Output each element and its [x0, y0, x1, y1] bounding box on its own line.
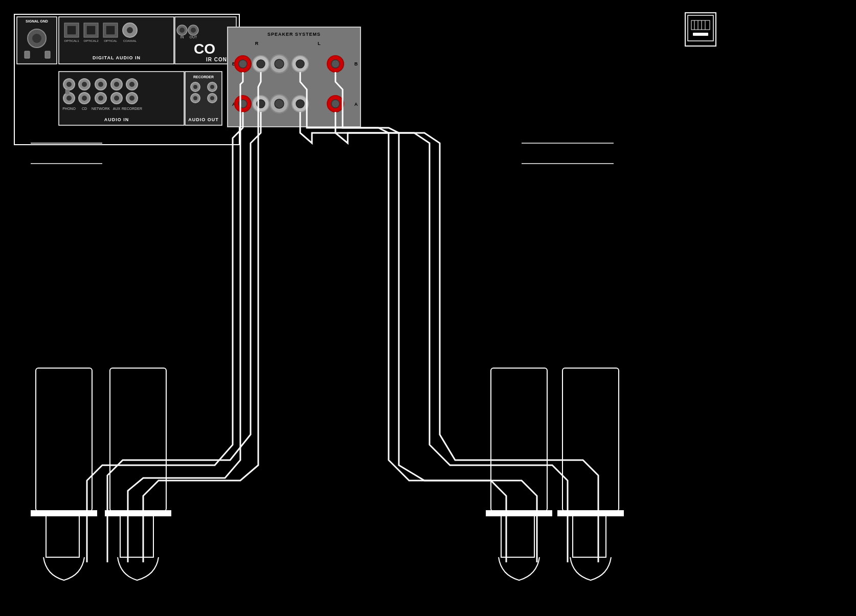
svg-rect-7: [59, 17, 174, 64]
svg-point-43: [98, 96, 103, 101]
svg-rect-12: [103, 23, 118, 37]
svg-text:CO: CO: [194, 41, 215, 57]
svg-point-4: [32, 34, 41, 43]
svg-point-81: [292, 56, 308, 72]
svg-point-41: [98, 82, 103, 87]
svg-rect-10: [84, 23, 98, 37]
svg-text:-: -: [300, 72, 301, 77]
svg-text:SPEAKER SYSTEMS: SPEAKER SYSTEMS: [267, 32, 321, 37]
svg-point-49: [129, 82, 134, 87]
svg-text:RECORDER: RECORDER: [193, 75, 214, 79]
svg-point-63: [193, 96, 197, 100]
svg-rect-109: [491, 368, 547, 511]
svg-point-15: [127, 27, 133, 33]
svg-rect-9: [67, 26, 76, 35]
svg-text:-: -: [300, 112, 301, 117]
svg-point-100: [331, 100, 340, 108]
svg-point-84: [331, 60, 340, 68]
svg-point-22: [177, 25, 187, 35]
svg-text:AUDIO OUT: AUDIO OUT: [188, 117, 219, 122]
svg-point-51: [129, 96, 134, 101]
svg-point-95: [270, 95, 288, 113]
svg-rect-6: [45, 51, 50, 58]
svg-text:L: L: [318, 41, 321, 46]
svg-text:+: +: [242, 72, 244, 77]
svg-rect-11: [86, 26, 96, 35]
svg-point-64: [208, 82, 217, 92]
svg-text:IN: IN: [181, 35, 184, 39]
svg-rect-106: [31, 510, 97, 516]
svg-point-83: [327, 56, 344, 72]
svg-point-25: [191, 28, 196, 33]
svg-text:+: +: [242, 112, 244, 117]
svg-rect-111: [562, 368, 619, 511]
svg-point-66: [208, 94, 217, 103]
svg-rect-13: [106, 26, 115, 35]
svg-point-33: [63, 93, 75, 104]
svg-text:RECORDER: RECORDER: [122, 107, 142, 110]
svg-rect-21: [175, 17, 236, 64]
svg-rect-110: [486, 510, 552, 516]
svg-text:SIGNAL GND: SIGNAL GND: [26, 19, 48, 23]
svg-point-46: [111, 93, 122, 104]
svg-point-47: [114, 96, 119, 101]
svg-point-31: [63, 79, 75, 90]
svg-text:PHONO: PHONO: [62, 107, 76, 110]
svg-point-67: [210, 96, 214, 100]
svg-text:R: R: [255, 41, 259, 46]
svg-point-82: [296, 60, 304, 68]
svg-point-91: [235, 96, 251, 112]
svg-point-32: [66, 82, 72, 87]
svg-point-93: [253, 96, 269, 112]
svg-text:-: -: [260, 72, 262, 77]
svg-point-62: [191, 94, 200, 103]
svg-text:+: +: [334, 112, 337, 117]
svg-rect-5: [25, 51, 30, 58]
svg-point-36: [79, 79, 90, 90]
svg-point-24: [188, 25, 198, 35]
svg-text:OPTICAL2: OPTICAL2: [83, 39, 99, 42]
svg-point-65: [210, 85, 214, 89]
svg-text:-: -: [260, 112, 262, 117]
svg-rect-117: [685, 13, 716, 46]
svg-point-96: [275, 99, 284, 108]
svg-text:COAXIAL: COAXIAL: [123, 39, 137, 42]
svg-point-45: [114, 82, 119, 87]
svg-point-39: [82, 96, 87, 101]
svg-point-99: [327, 96, 344, 112]
svg-text:OPTICAL1: OPTICAL1: [64, 39, 79, 42]
svg-point-92: [239, 100, 247, 108]
svg-point-14: [123, 23, 137, 37]
svg-rect-8: [64, 23, 79, 37]
svg-point-37: [82, 82, 87, 87]
svg-rect-35: [65, 89, 70, 95]
svg-point-98: [296, 100, 304, 108]
svg-point-97: [292, 96, 308, 112]
svg-text:A: A: [232, 102, 236, 107]
svg-point-77: [253, 56, 269, 72]
svg-point-94: [257, 100, 265, 108]
svg-rect-119: [691, 20, 710, 30]
svg-rect-124: [693, 33, 708, 36]
svg-point-40: [95, 79, 106, 90]
svg-point-76: [239, 60, 247, 68]
diagram: SIGNAL GND OPTICAL1 OPTICAL2 OPTICAL COA…: [0, 0, 856, 616]
svg-rect-30: [59, 72, 184, 125]
svg-text:AUX: AUX: [113, 107, 121, 110]
svg-rect-112: [557, 510, 624, 516]
svg-point-79: [270, 55, 288, 73]
svg-text:NETWORK: NETWORK: [92, 107, 110, 110]
svg-rect-58: [185, 72, 222, 125]
svg-rect-0: [14, 14, 239, 145]
svg-rect-108: [105, 510, 171, 516]
svg-point-80: [275, 59, 284, 69]
svg-point-78: [257, 60, 265, 68]
svg-text:IR CONTROL: IR CONTROL: [206, 57, 243, 62]
svg-rect-69: [228, 27, 361, 127]
svg-text:OUT: OUT: [190, 35, 198, 39]
svg-text:B: B: [232, 61, 236, 66]
svg-rect-107: [110, 368, 166, 511]
svg-text:+: +: [334, 72, 337, 77]
svg-rect-1: [17, 17, 57, 64]
svg-point-48: [126, 79, 138, 90]
